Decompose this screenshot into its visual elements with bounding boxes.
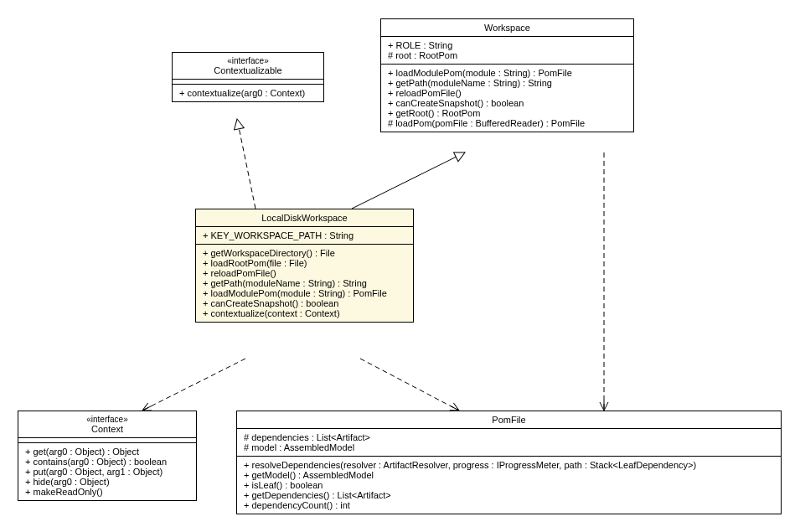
class-context: «interface» Context + get(arg0 : Object)… xyxy=(18,411,197,501)
stereotype: «interface» xyxy=(179,56,317,65)
method: + reloadPomFile() xyxy=(203,268,406,278)
method: + getRoot() : RootPom xyxy=(388,108,627,118)
classname: Contextualizable xyxy=(179,65,317,75)
svg-line-3 xyxy=(360,359,459,411)
method: + canCreateSnapshot() : boolean xyxy=(203,298,406,308)
stereotype: «interface» xyxy=(25,415,189,424)
classname: Workspace xyxy=(388,23,627,33)
method: + contains(arg0 : Object) : boolean xyxy=(25,457,189,467)
method: + getWorkspaceDirectory() : File xyxy=(203,248,406,258)
svg-line-1 xyxy=(352,152,465,209)
method: + loadRootPom(file : File) xyxy=(203,258,406,268)
method: + getPath(moduleName : String) : String xyxy=(203,278,406,288)
method: + getModel() : AssembledModel xyxy=(244,470,774,480)
method: + put(arg0 : Object, arg1 : Object) xyxy=(25,467,189,477)
attr: # dependencies : List<Artifact> xyxy=(244,432,774,442)
method: + getDependencies() : List<Artifact> xyxy=(244,490,774,500)
classname: Context xyxy=(25,424,189,434)
class-workspace: Workspace + ROLE : String # root : RootP… xyxy=(380,18,634,132)
class-contextualizable: «interface» Contextualizable + contextua… xyxy=(172,52,324,102)
class-localdiskworkspace: LocalDiskWorkspace + KEY_WORKSPACE_PATH … xyxy=(195,209,414,323)
attr: + KEY_WORKSPACE_PATH : String xyxy=(203,230,406,240)
method: + get(arg0 : Object) : Object xyxy=(25,447,189,457)
svg-line-0 xyxy=(237,119,255,209)
method: + reloadPomFile() xyxy=(388,88,627,98)
method: # loadPom(pomFile : BufferedReader) : Po… xyxy=(388,118,627,128)
method: + getPath(moduleName : String) : String xyxy=(388,78,627,88)
attr: + ROLE : String xyxy=(388,40,627,50)
method: + loadModulePom(module : String) : PomFi… xyxy=(388,68,627,78)
attr: # model : AssembledModel xyxy=(244,442,774,452)
classname: PomFile xyxy=(244,415,774,425)
method: + loadModulePom(module : String) : PomFi… xyxy=(203,288,406,298)
method: + contextualize(context : Context) xyxy=(203,308,406,318)
method: + makeReadOnly() xyxy=(25,487,189,497)
method: + hide(arg0 : Object) xyxy=(25,477,189,487)
method: + contextualize(arg0 : Context) xyxy=(179,88,317,98)
svg-line-2 xyxy=(142,359,245,411)
attr: # root : RootPom xyxy=(388,50,627,60)
class-pomfile: PomFile # dependencies : List<Artifact> … xyxy=(236,411,782,514)
method: + canCreateSnapshot() : boolean xyxy=(388,98,627,108)
method: + dependencyCount() : int xyxy=(244,500,774,510)
method: + isLeaf() : boolean xyxy=(244,480,774,490)
method: + resolveDependencies(resolver : Artifac… xyxy=(244,460,774,470)
classname: LocalDiskWorkspace xyxy=(203,213,406,223)
